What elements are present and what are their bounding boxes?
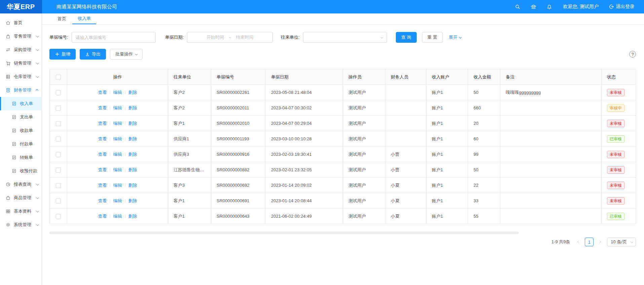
- row-checkbox[interactable]: [56, 90, 61, 95]
- sidebar-item-income-bill[interactable]: 收入单: [0, 97, 42, 110]
- sidebar-item-receipt-bill[interactable]: 收款单: [0, 124, 42, 137]
- filter-bar: 单据编号: 单据日期: 开始时间 ~ 结束时间 往来单位: 查 询 重 置 展开: [49, 32, 636, 43]
- sidebar-item-basic-data[interactable]: 基本资料: [0, 205, 42, 218]
- row-checkbox[interactable]: [56, 121, 61, 126]
- expand-link[interactable]: 展开: [449, 34, 461, 40]
- search-icon[interactable]: [515, 4, 521, 10]
- sidebar-item-payment-bill[interactable]: 付款单: [0, 137, 42, 151]
- bell-icon[interactable]: [546, 4, 552, 10]
- cell-remark: [500, 100, 602, 116]
- export-button[interactable]: 导出: [80, 49, 106, 60]
- delete-link[interactable]: 删除: [128, 167, 137, 172]
- bill-no-input[interactable]: [72, 32, 156, 43]
- delete-link[interactable]: 删除: [128, 198, 137, 203]
- prev-page-button[interactable]: [575, 238, 583, 246]
- cell-income-account: 账户1: [426, 193, 468, 209]
- cell-bill-no: SR00000002011: [211, 100, 266, 116]
- edit-link[interactable]: 编辑: [113, 214, 122, 219]
- row-checkbox[interactable]: [56, 106, 61, 111]
- partner-select[interactable]: [303, 32, 387, 43]
- sidebar-item-warehouse[interactable]: 仓库管理: [0, 70, 42, 83]
- page-number[interactable]: 1: [585, 238, 594, 246]
- cell-partner: 客户1: [168, 116, 211, 131]
- scrollbar-thumb[interactable]: [49, 231, 519, 234]
- sidebar-item-reports[interactable]: 报表查询: [0, 178, 42, 191]
- edit-link[interactable]: 编辑: [113, 136, 122, 141]
- cell-bill-no: SR00000002261: [211, 85, 266, 100]
- page-size-select[interactable]: 10 条/页: [607, 238, 636, 246]
- select-all-checkbox[interactable]: [56, 75, 61, 80]
- cell-partner: 客户1: [168, 193, 211, 209]
- view-link[interactable]: 查看: [98, 198, 107, 203]
- bank-icon[interactable]: [531, 4, 536, 10]
- cell-bill-date: 2023-04-07 00:30:02: [266, 100, 343, 116]
- view-link[interactable]: 查看: [98, 121, 107, 126]
- help-icon[interactable]: ?: [629, 51, 636, 58]
- row-checkbox[interactable]: [56, 137, 61, 142]
- view-link[interactable]: 查看: [98, 136, 107, 141]
- chevron-down-icon: [36, 35, 39, 37]
- edit-link[interactable]: 编辑: [113, 152, 122, 157]
- delete-link[interactable]: 删除: [128, 121, 137, 126]
- edit-link[interactable]: 编辑: [113, 121, 122, 126]
- search-button[interactable]: 查 询: [396, 32, 417, 43]
- row-checkbox-cell: [50, 209, 67, 224]
- delete-link[interactable]: 删除: [128, 152, 137, 157]
- sidebar-item-finance[interactable]: 财务管理: [0, 83, 42, 97]
- row-checkbox[interactable]: [56, 168, 61, 173]
- cell-bill-date: 2023-02-03 19:30:41: [266, 147, 343, 162]
- sidebar-item-goods[interactable]: 商品管理: [0, 191, 42, 205]
- divider: [125, 199, 125, 203]
- row-checkbox[interactable]: [56, 199, 61, 204]
- edit-link[interactable]: 编辑: [113, 183, 122, 188]
- delete-link[interactable]: 删除: [128, 136, 137, 141]
- view-link[interactable]: 查看: [98, 90, 107, 95]
- edit-link[interactable]: 编辑: [113, 105, 122, 110]
- row-checkbox-cell: [50, 85, 67, 100]
- gear-icon: [5, 222, 11, 227]
- divider: [110, 91, 110, 95]
- edit-link[interactable]: 编辑: [113, 198, 122, 203]
- row-checkbox[interactable]: [56, 183, 61, 188]
- cell-partner: 客户1: [168, 209, 211, 224]
- delete-link[interactable]: 删除: [128, 105, 137, 110]
- row-checkbox[interactable]: [56, 214, 61, 219]
- cell-income-amount: 33: [468, 193, 500, 209]
- status-badge: 已审核: [607, 213, 624, 220]
- next-page-button[interactable]: [596, 238, 604, 246]
- sidebar-item-advance-bill[interactable]: 收预付款: [0, 164, 42, 178]
- edit-link[interactable]: 编辑: [113, 167, 122, 172]
- date-range-picker[interactable]: 开始时间 ~ 结束时间: [187, 32, 273, 43]
- delete-link[interactable]: 删除: [128, 214, 137, 219]
- reset-button[interactable]: 重 置: [422, 32, 443, 43]
- batch-actions-button[interactable]: 批量操作: [110, 49, 143, 60]
- sidebar-item-transfer-bill[interactable]: 转账单: [0, 151, 42, 164]
- status-badge: 未审核: [607, 151, 624, 158]
- sidebar-item-sales[interactable]: 销售管理: [0, 57, 42, 70]
- divider: [110, 121, 110, 126]
- table-row: 查看编辑删除 客户1 SR00000002010 2023-04-07 00:2…: [50, 116, 636, 131]
- logout-label: 退出登录: [616, 4, 635, 10]
- sidebar-item-expense-bill[interactable]: 支出单: [0, 110, 42, 124]
- view-link[interactable]: 查看: [98, 214, 107, 219]
- edit-link[interactable]: 编辑: [113, 90, 122, 95]
- welcome-user[interactable]: 欢迎您, 测试用户: [563, 4, 599, 10]
- sidebar-item-retail[interactable]: 零售管理: [0, 30, 42, 43]
- delete-link[interactable]: 删除: [128, 90, 137, 95]
- cell-bill-date: 2023-05-08 21:48:04: [266, 85, 343, 100]
- add-button[interactable]: 新增: [49, 49, 76, 60]
- logout-button[interactable]: 退出登录: [609, 4, 635, 10]
- view-link[interactable]: 查看: [98, 167, 107, 172]
- divider: [110, 183, 110, 187]
- tab-home[interactable]: 首页: [52, 13, 72, 24]
- sidebar-item-purchase[interactable]: 采购管理: [0, 43, 42, 57]
- view-link[interactable]: 查看: [98, 152, 107, 157]
- delete-link[interactable]: 删除: [128, 183, 137, 188]
- sidebar-item-system[interactable]: 系统管理: [0, 218, 42, 231]
- row-checkbox[interactable]: [56, 152, 61, 157]
- tab-income-bill[interactable]: 收入单: [72, 13, 96, 24]
- view-link[interactable]: 查看: [98, 183, 107, 188]
- sidebar-item-home[interactable]: 首页: [0, 16, 42, 30]
- cell-bill-date: 2023-01-14 20:09:02: [266, 178, 343, 193]
- view-link[interactable]: 查看: [98, 105, 107, 110]
